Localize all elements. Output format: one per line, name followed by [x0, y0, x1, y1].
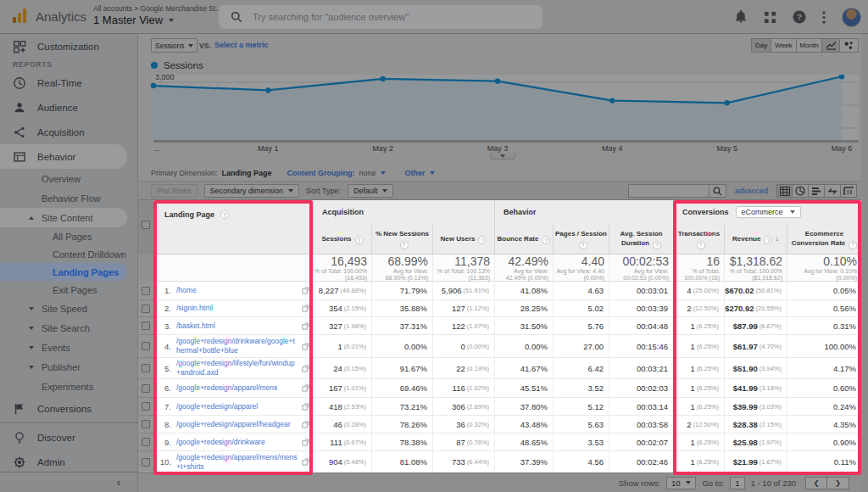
sidebar-item-overview[interactable]: Overview	[0, 169, 137, 188]
row-checkbox[interactable]	[138, 450, 153, 472]
content-grouping-link[interactable]: Content Grouping:	[287, 169, 355, 177]
help-icon[interactable]: ?	[653, 241, 661, 249]
row-checkbox[interactable]	[138, 378, 153, 397]
other-dimension-link[interactable]: Other	[405, 169, 426, 177]
cell: 4.63	[553, 282, 609, 299]
table-search-button[interactable]	[709, 184, 726, 198]
goto-page-input[interactable]: 1	[730, 477, 744, 489]
column-header-bounce-rate[interactable]: Bounce Rate?	[494, 224, 553, 254]
table-view-toggle	[776, 184, 857, 198]
sidebar-item-audience[interactable]: Audience	[0, 95, 137, 120]
sidebar-item-admin[interactable]: Admin	[0, 450, 137, 474]
expander-down-icon[interactable]	[29, 366, 34, 369]
help-icon[interactable]: ?	[793, 10, 806, 24]
column-header-sessions[interactable]: Sessions?	[313, 224, 371, 254]
sort-type-button[interactable]: Default	[348, 184, 394, 198]
analytics-app: Analytics All accounts > Google Merchand…	[0, 0, 868, 492]
cell: 00:02:03	[609, 378, 673, 397]
expander-down-icon[interactable]	[29, 307, 34, 310]
sidebar-collapse-button[interactable]: ‹	[0, 472, 137, 492]
column-header-new-sessions[interactable]: % New Sessions?	[371, 224, 432, 254]
performance-view-button[interactable]	[809, 184, 825, 198]
search-bar[interactable]: Try searching for "audience overview"	[219, 5, 542, 29]
sidebar-item-content-drilldown[interactable]: Content Drilldown	[0, 245, 137, 263]
sidebar-item-exit-pages[interactable]: Exit Pages	[0, 281, 137, 299]
view-selector[interactable]: 1 Master View	[93, 14, 174, 26]
next-page-button[interactable]: ❯	[827, 477, 849, 489]
sidebar-item-landing-pages[interactable]: Landing Pages	[0, 263, 127, 281]
advanced-search-link[interactable]: advanced	[735, 187, 768, 195]
avatar[interactable]	[842, 8, 861, 27]
sidebar-item-site-search[interactable]: Site Search	[0, 318, 137, 338]
select-metric-link[interactable]: Select a metric	[214, 41, 269, 49]
week-button[interactable]: Week	[771, 38, 796, 53]
expander-down-icon[interactable]	[29, 327, 34, 330]
analytics-logo[interactable]: Analytics	[10, 7, 86, 25]
row-checkbox[interactable]	[138, 415, 153, 433]
cell: 24(0.15%)	[313, 357, 371, 378]
line-chart-button[interactable]	[821, 38, 840, 53]
sidebar-item-site-content[interactable]: Site Content	[0, 208, 127, 227]
data-view-button[interactable]	[776, 184, 793, 198]
cell: 28.25%	[494, 299, 553, 316]
sidebar-item-site-speed[interactable]: Site Speed	[0, 299, 137, 318]
sidebar-item-all-pages[interactable]: All Pages	[0, 227, 137, 245]
comparison-view-button[interactable]	[825, 184, 841, 198]
month-button[interactable]: Month	[797, 38, 823, 53]
cell: 3.52	[553, 378, 609, 397]
row-checkbox[interactable]	[138, 357, 153, 378]
metric-selector[interactable]: Sessions	[151, 38, 198, 53]
prev-page-button[interactable]: ❮	[805, 477, 827, 489]
sidebar-item-publisher[interactable]: Publisher	[0, 357, 137, 377]
row-range: 1 - 10 of 230	[751, 478, 796, 488]
column-header-new-users[interactable]: New Users?	[432, 224, 494, 254]
row-checkbox[interactable]	[138, 299, 153, 316]
admin-icon	[13, 456, 26, 469]
sidebar-item-behavior-flow[interactable]: Behavior Flow	[0, 188, 137, 208]
apps-grid-icon[interactable]	[764, 11, 776, 24]
plot-rows-button[interactable]: Plot Rows	[151, 184, 198, 198]
percentage-view-button[interactable]	[793, 184, 809, 198]
day-button[interactable]: Day	[751, 38, 771, 53]
select-all-checkbox[interactable]	[138, 200, 153, 254]
svg-text:...: ...	[153, 144, 160, 153]
table-search-input[interactable]	[628, 184, 709, 198]
sidebar-item-conversions[interactable]: Conversions	[0, 396, 137, 421]
row-checkbox[interactable]	[138, 334, 153, 357]
notifications-icon[interactable]	[734, 10, 748, 24]
sidebar-item-experiments[interactable]: Experiments	[0, 377, 137, 396]
sidebar-item-customization[interactable]: Customization	[0, 34, 137, 59]
row-checkbox[interactable]	[138, 282, 153, 299]
help-icon[interactable]: ?	[542, 236, 550, 244]
sidebar-section-label: REPORTS	[0, 59, 137, 70]
cell: 1(0.01%)	[313, 334, 371, 357]
show-rows-select[interactable]: 10	[666, 477, 697, 489]
sidebar-item-events[interactable]: Events	[0, 338, 137, 357]
pivot-view-button[interactable]	[841, 184, 857, 198]
sidebar-item-real-time[interactable]: Real-Time	[0, 70, 137, 95]
help-icon[interactable]: ?	[355, 236, 364, 244]
more-options-icon[interactable]	[822, 11, 826, 24]
help-icon[interactable]: ?	[478, 236, 487, 244]
sidebar-item-discover[interactable]: Discover	[0, 425, 137, 450]
breadcrumb[interactable]: All accounts > Google Merchandise St...	[93, 4, 221, 13]
chevron-down-icon	[430, 171, 435, 175]
cell: 46(0.28%)	[313, 415, 371, 433]
help-icon[interactable]: ?	[400, 241, 409, 249]
chart-collapse-tab[interactable]	[490, 153, 515, 159]
line-chart[interactable]: 3,0002,0001,000...May 1May 2May 3May 4Ma…	[138, 75, 861, 176]
expander-up-icon[interactable]	[29, 216, 34, 220]
help-icon[interactable]: ?	[579, 241, 587, 249]
expander-down-icon[interactable]	[29, 346, 34, 349]
secondary-dimension-button[interactable]: Secondary dimension	[204, 184, 300, 198]
primary-dimension-landing-page[interactable]: Landing Page	[222, 169, 272, 177]
sidebar-item-acquisition[interactable]: Acquisition	[0, 120, 137, 144]
column-header-avg-session-duration[interactable]: Avg. Session Duration?	[609, 224, 673, 254]
column-header-pages-session[interactable]: Pages / Session?	[553, 224, 609, 254]
chart-legend: Sessions	[151, 60, 203, 70]
row-checkbox[interactable]	[138, 316, 153, 334]
motion-chart-button[interactable]	[840, 38, 859, 53]
row-checkbox[interactable]	[138, 397, 153, 415]
row-checkbox[interactable]	[138, 433, 153, 450]
sidebar-item-behavior[interactable]: Behavior	[0, 144, 127, 169]
